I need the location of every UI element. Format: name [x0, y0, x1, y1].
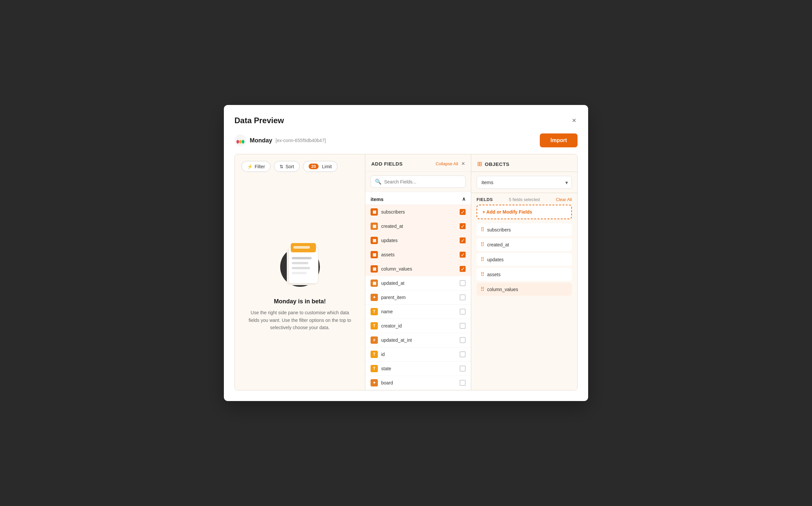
drag-handle-icon-4[interactable]: ⠿: [480, 271, 484, 277]
field-name-updated-at-int: updated_at_int: [381, 337, 456, 343]
checkbox-id[interactable]: [460, 351, 466, 357]
svg-rect-11: [292, 267, 310, 269]
fields-section: items ∧ ▦ subscribers ✓ ▦ created_at ✓: [365, 192, 471, 390]
selected-field-label-assets: assets: [487, 272, 501, 277]
created-at-icon: ▦: [371, 223, 378, 230]
fields-label: FIELDS: [476, 197, 493, 202]
collapse-all-button[interactable]: Collapse All: [436, 161, 458, 166]
fields-group-name: items: [371, 196, 383, 202]
field-row-updates: ▦ updates ✓: [365, 234, 471, 248]
selected-field-label-column-values: column_values: [487, 287, 518, 292]
field-row-parent-item: ✦ parent_item: [365, 290, 471, 305]
drag-handle-icon-2[interactable]: ⠿: [480, 241, 484, 248]
svg-rect-10: [292, 262, 308, 264]
connector-info: Monday [ex-conn-655f9db40b47]: [235, 135, 326, 146]
svg-point-3: [242, 140, 244, 144]
add-modify-fields-button[interactable]: + Add or Modify Fields: [476, 205, 572, 219]
field-row-column-values: ▦ column_values ✓: [365, 262, 471, 276]
field-row-created-at: ▦ created_at ✓: [365, 219, 471, 234]
field-row-updated-at: ▦ updated_at: [365, 276, 471, 290]
subscribers-icon: ▦: [371, 208, 378, 216]
field-name-board: board: [381, 380, 456, 386]
assets-icon: ▦: [371, 251, 378, 258]
checkbox-column-values[interactable]: ✓: [460, 266, 466, 272]
parent-item-icon: ✦: [371, 294, 378, 301]
checkbox-state[interactable]: [460, 365, 466, 371]
filter-label: Filter: [255, 164, 265, 169]
field-name-subscribers: subscribers: [381, 209, 456, 215]
left-panel: ⚡ Filter ⇅ Sort 20 Limit: [235, 154, 365, 390]
modal-title: Data Preview: [235, 116, 284, 125]
close-fields-button[interactable]: ×: [461, 160, 465, 167]
objects-title: OBJECTS: [485, 161, 509, 167]
objects-panel: ⊞ OBJECTS items boards users teams ▾: [471, 154, 577, 390]
svg-rect-8: [293, 246, 310, 249]
id-field-icon: T: [371, 351, 378, 358]
checkbox-parent-item[interactable]: [460, 294, 466, 301]
grid-icon: ⊞: [477, 160, 482, 168]
checkbox-subscribers[interactable]: ✓: [460, 209, 466, 215]
import-button[interactable]: Import: [540, 134, 577, 147]
field-row-updated-at-int: # updated_at_int: [365, 333, 471, 347]
checkbox-creator-id[interactable]: [460, 323, 466, 329]
checkbox-updates[interactable]: ✓: [460, 237, 466, 243]
selected-field-label-updates: updates: [487, 257, 504, 262]
toolbar: ⚡ Filter ⇅ Sort 20 Limit: [242, 161, 358, 172]
selected-field-created-at: ⠿ created_at: [476, 238, 572, 251]
sort-icon: ⇅: [279, 164, 283, 169]
checkbox-assets[interactable]: ✓: [460, 252, 466, 258]
connector-bar: Monday [ex-conn-655f9db40b47] Import: [235, 134, 577, 147]
checkbox-created-at[interactable]: ✓: [460, 223, 466, 229]
clear-all-button[interactable]: Clear All: [556, 197, 572, 202]
search-fields-area: 🔍: [365, 172, 471, 192]
fields-count: 5 fields selected: [509, 197, 540, 202]
collapse-group-icon[interactable]: ∧: [462, 196, 466, 202]
sort-button[interactable]: ⇅ Sort: [274, 161, 300, 172]
modal-overlay[interactable]: Data Preview × Monday [ex-conn-655f9db40…: [0, 0, 812, 506]
search-input-wrapper: 🔍: [371, 175, 466, 188]
selected-field-column-values: ⠿ column_values: [476, 283, 572, 296]
main-content: ⚡ Filter ⇅ Sort 20 Limit: [235, 154, 577, 391]
preview-area: Monday is in beta! Use the right side pa…: [242, 178, 358, 384]
select-wrapper: items boards users teams ▾: [476, 176, 572, 189]
board-icon: ✦: [371, 379, 378, 387]
drag-handle-icon-5[interactable]: ⠿: [480, 286, 484, 292]
checkbox-updated-at-int[interactable]: [460, 337, 466, 343]
add-fields-panel: ADD FIELDS Collapse All × 🔍 items: [365, 154, 471, 390]
field-row-creator-id: T creator_id: [365, 319, 471, 333]
checkbox-name[interactable]: [460, 309, 466, 315]
fields-label-row: FIELDS 5 fields selected Clear All: [471, 193, 577, 205]
filter-button[interactable]: ⚡ Filter: [242, 161, 271, 172]
close-button[interactable]: ×: [570, 115, 577, 125]
limit-badge: 20: [308, 164, 319, 169]
field-name-creator-id: creator_id: [381, 323, 456, 329]
limit-button[interactable]: 20 Limit: [303, 161, 338, 172]
objects-select[interactable]: items boards users teams: [476, 176, 572, 189]
add-fields-header: ADD FIELDS Collapse All ×: [365, 154, 471, 172]
field-row-assets: ▦ assets ✓: [365, 248, 471, 262]
search-fields-input[interactable]: [384, 179, 461, 184]
updated-at-icon: ▦: [371, 279, 378, 287]
drag-handle-icon-3[interactable]: ⠿: [480, 256, 484, 263]
checkbox-updated-at[interactable]: [460, 280, 466, 286]
drag-handle-icon[interactable]: ⠿: [480, 227, 484, 233]
objects-header: ⊞ OBJECTS: [471, 154, 577, 172]
selected-field-label-created-at: created_at: [487, 242, 509, 247]
selected-field-assets: ⠿ assets: [476, 268, 572, 281]
field-name-updates: updates: [381, 238, 456, 243]
search-icon: 🔍: [375, 178, 381, 185]
state-icon: T: [371, 365, 378, 372]
checkbox-board[interactable]: [460, 380, 466, 386]
selected-field-label-subscribers: subscribers: [487, 227, 511, 233]
connector-id: [ex-conn-655f9db40b47]: [276, 138, 326, 143]
preview-description: Use the right side pane to customise whi…: [248, 309, 352, 331]
field-name-id: id: [381, 352, 456, 357]
field-name-assets: assets: [381, 252, 456, 257]
preview-title: Monday is in beta!: [274, 298, 326, 305]
field-row-id: T id: [365, 347, 471, 362]
svg-rect-6: [288, 247, 318, 283]
updates-icon: ▦: [371, 237, 378, 244]
field-name-state: state: [381, 366, 456, 371]
data-preview-modal: Data Preview × Monday [ex-conn-655f9db40…: [224, 105, 588, 401]
add-fields-title: ADD FIELDS: [371, 161, 403, 167]
